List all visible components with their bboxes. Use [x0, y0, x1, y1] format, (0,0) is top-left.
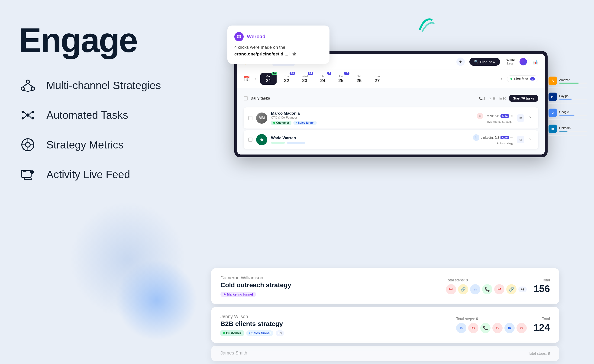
- svg-line-6: [28, 90, 33, 91]
- jenny-strategy-right: Total 124: [534, 317, 550, 333]
- live-feed-sidebar: A Amazon PP Pay pal G Google in LinkedIn: [548, 74, 587, 135]
- cameron-steps-label: Total steps: 8: [446, 278, 527, 282]
- cal-day-tue[interactable]: 20 Tue 22: [278, 73, 295, 85]
- wade-close-button[interactable]: ×: [527, 136, 534, 142]
- cal-next-arrow[interactable]: ›: [501, 77, 502, 81]
- marco-tag-customer: Customer: [271, 121, 291, 125]
- email-action-icon: ✉: [477, 113, 483, 119]
- svg-text:!: !: [32, 171, 33, 174]
- wade-linkedin-stat: Linkedin: 2/8: [481, 136, 499, 139]
- emails-count: 38: [492, 97, 496, 100]
- calls-stat: 📞 2: [479, 97, 485, 100]
- svg-line-13: [29, 112, 32, 114]
- calendar-strip: 📅 ‹ 70 Mon 21 20 Tue 22 84 Wed: [237, 70, 545, 88]
- user-name: Willic: [506, 58, 515, 62]
- phone-icon: 📞: [479, 97, 483, 100]
- daily-tasks-checkbox[interactable]: [244, 96, 248, 101]
- cal-day-sun[interactable]: Sun 27: [369, 73, 385, 85]
- chart-icon[interactable]: 📊: [533, 59, 538, 65]
- wade-action-label: in Linkedin: 2/8 Auto ✏: [473, 134, 513, 141]
- cal-day-wed[interactable]: 84 Wed 23: [297, 73, 313, 85]
- notif-link: crono.one/pricing/get d ...: [234, 52, 288, 56]
- step-email-1: ✉: [446, 284, 456, 294]
- paypal-logo: PP: [548, 93, 557, 101]
- emails-stat: ✉ 38: [489, 97, 496, 100]
- wade-action-icons: ⧉ ×: [517, 136, 534, 143]
- marco-action-sub: B2B clients Strateg...: [487, 120, 513, 123]
- marco-title: CTO & Co-Founder: [271, 116, 473, 119]
- add-button[interactable]: +: [456, 58, 465, 66]
- mon-badge: 70: [271, 72, 277, 75]
- marco-checkbox[interactable]: [248, 116, 252, 120]
- cal-day-fri[interactable]: 16 Fri 25: [333, 73, 349, 85]
- edit-icon2[interactable]: ✏: [511, 136, 513, 139]
- notification-card: ☎ Weroad 4 clicks were made on the crono…: [227, 26, 330, 64]
- cal-prev-arrow[interactable]: ‹: [255, 77, 256, 81]
- multi-channel-icon: [19, 76, 37, 95]
- multichannel-text: Multi-channel Strategies: [46, 79, 161, 92]
- jenny-tags: Customer Sales funnel +3: [220, 330, 449, 336]
- live-feed-count: 6: [530, 77, 535, 81]
- svg-line-15: [29, 116, 32, 118]
- cameron-step-icons: ✉ 🔗 in 📞 ✉ 🔗 +2: [446, 284, 527, 294]
- linkedin-action-icon: in: [473, 134, 479, 141]
- amazon-logo: A: [548, 77, 557, 85]
- daily-tasks-label: Daily tasks: [251, 96, 476, 101]
- svg-point-2: [31, 87, 34, 90]
- marco-name: Marco Madonia: [271, 111, 473, 116]
- step-email-2: ✉: [494, 284, 504, 294]
- jenny-step-email-1: ✉: [468, 323, 479, 333]
- google-logo: G: [548, 108, 557, 117]
- left-panel: Engage Multi-channel Strategies: [19, 23, 176, 184]
- live-feed-label: Live feed: [514, 77, 528, 81]
- strategy-card-james: James Smith Total steps: 8: [211, 346, 559, 361]
- jenny-person: Jenny Wilson: [220, 314, 449, 319]
- linkedin-feed-text: LinkedIn: [559, 126, 587, 130]
- strategy-metrics-icon: [19, 135, 37, 154]
- cal-day-sat[interactable]: Sat 26: [351, 73, 367, 85]
- wade-checkbox[interactable]: [248, 138, 252, 142]
- strategy-card-jenny: Jenny Wilson B2B clients strategy Custom…: [211, 307, 559, 343]
- marco-tags: Customer Sales funnel: [271, 121, 473, 125]
- marco-close-button[interactable]: ×: [527, 114, 534, 121]
- feature-item-automated: Automated Tasks: [19, 106, 176, 124]
- cameron-person: Cameron Williamson: [220, 275, 439, 281]
- edit-icon[interactable]: ✏: [511, 114, 513, 118]
- wade-copy-button[interactable]: ⧉: [517, 136, 524, 143]
- jenny-steps-label: Total steps: 6: [456, 317, 527, 321]
- amazon-bar: [559, 83, 587, 83]
- jenny-step-linkedin: in: [456, 323, 466, 333]
- jenny-step-email-3: ✉: [517, 323, 527, 333]
- step-link-2: 🔗: [506, 284, 517, 294]
- hero-title: Engage: [19, 23, 176, 58]
- svg-line-4: [28, 83, 33, 87]
- cal-day-thu[interactable]: 5 Thu 24: [315, 73, 331, 85]
- activity-feed-icon: !: [19, 165, 37, 184]
- wade-name: Wade Warren: [271, 136, 469, 140]
- marco-avatar: MM: [256, 113, 267, 124]
- linkedin-bar: [559, 131, 587, 132]
- marco-copy-button[interactable]: ⧉: [517, 114, 524, 122]
- feed-item-google: G Google: [548, 106, 587, 120]
- strategy-metrics-text: Strategy Metrics: [46, 139, 123, 151]
- cal-day-mon[interactable]: 70 Mon 21: [260, 73, 277, 85]
- svg-rect-22: [21, 170, 31, 177]
- tag-dot: [296, 122, 297, 123]
- jenny-strategy-name: B2B clients strategy: [220, 320, 449, 328]
- live-feed-toggle[interactable]: Live feed 6: [507, 75, 538, 82]
- marco-action-icons: ⧉ ×: [517, 114, 534, 122]
- automated-tasks-icon: [19, 106, 37, 124]
- start-tasks-button[interactable]: Start 70 tasks: [509, 95, 538, 102]
- live-dot: [511, 78, 512, 80]
- james-steps-label: Total steps: 8: [528, 351, 550, 356]
- jenny-sales-tag: Sales funnel: [246, 330, 273, 336]
- feature-item-feed: ! Activity Live Feed: [19, 165, 176, 184]
- svg-line-3: [23, 83, 28, 87]
- find-new-button[interactable]: 🔍 Find new: [469, 58, 500, 66]
- strategy-cards: Cameron Williamson Cold outreach strateg…: [211, 268, 559, 364]
- james-strategy-left: James Smith: [220, 350, 521, 357]
- marco-action: ✉ Email: 5/6 Auto ✏ B2B clients Strateg.…: [477, 113, 513, 123]
- cameron-strategy-name: Cold outreach strategy: [220, 281, 439, 289]
- daily-tasks-row: Daily tasks 📞 2 ✉ 38 in 30: [244, 92, 538, 105]
- amazon-text: Amazon: [559, 78, 587, 82]
